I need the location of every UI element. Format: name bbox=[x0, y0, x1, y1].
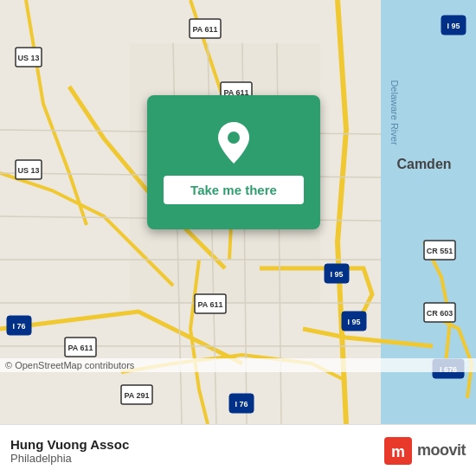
svg-text:I 95: I 95 bbox=[347, 318, 360, 326]
svg-text:CR 551: CR 551 bbox=[427, 247, 453, 255]
svg-text:I 95: I 95 bbox=[447, 22, 460, 30]
svg-text:PA 611: PA 611 bbox=[68, 344, 93, 352]
moovit-text: moovit bbox=[417, 441, 466, 460]
location-card: Take me there bbox=[147, 95, 320, 229]
location-city: Philadelphia bbox=[10, 452, 129, 465]
svg-text:I 76: I 76 bbox=[235, 400, 248, 408]
svg-text:US 13: US 13 bbox=[17, 166, 39, 175]
svg-text:I 76: I 76 bbox=[12, 322, 25, 331]
svg-text:PA 611: PA 611 bbox=[197, 300, 222, 309]
svg-text:m: m bbox=[391, 443, 405, 460]
take-me-there-button[interactable]: Take me there bbox=[164, 176, 304, 204]
moovit-logo: m moovit bbox=[384, 437, 466, 465]
svg-text:PA 291: PA 291 bbox=[124, 391, 149, 400]
location-name: Hung Vuong Assoc bbox=[10, 437, 129, 452]
bottom-bar: Hung Vuong Assoc Philadelphia m moovit bbox=[0, 424, 476, 476]
copyright-text: © OpenStreetMap contributors bbox=[0, 358, 476, 372]
svg-text:US 13: US 13 bbox=[17, 54, 39, 62]
map-container: US 13 US 13 PA 611 PA 611 I 95 I 95 I 95… bbox=[0, 0, 476, 424]
moovit-icon: m bbox=[384, 437, 412, 465]
svg-text:CR 603: CR 603 bbox=[427, 309, 453, 318]
svg-text:Delaware River: Delaware River bbox=[389, 80, 400, 145]
svg-text:Camden: Camden bbox=[396, 157, 451, 171]
location-info: Hung Vuong Assoc Philadelphia bbox=[10, 437, 129, 465]
pin-icon bbox=[215, 120, 253, 167]
svg-point-38 bbox=[228, 132, 240, 144]
svg-text:I 95: I 95 bbox=[330, 270, 343, 279]
copyright-label: © OpenStreetMap contributors bbox=[5, 360, 134, 370]
svg-text:PA 611: PA 611 bbox=[192, 25, 217, 34]
